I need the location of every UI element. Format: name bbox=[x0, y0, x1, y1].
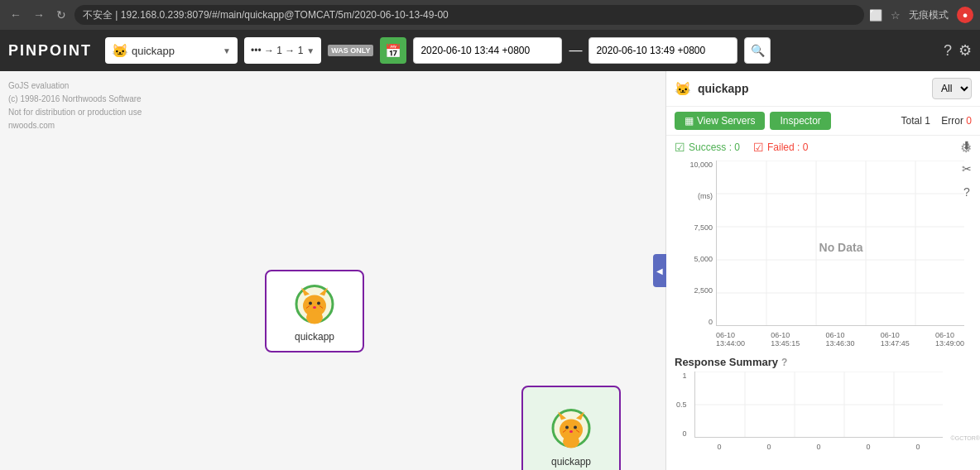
period-selector[interactable]: ••• → 1 → 1 ▼ bbox=[244, 37, 321, 64]
app-selector[interactable]: 🐱 quickapp ▼ bbox=[105, 37, 238, 64]
address-bar[interactable] bbox=[74, 5, 864, 25]
sx-label-2: 0 bbox=[766, 443, 771, 451]
right-panel-title: quickapp bbox=[698, 82, 925, 95]
view-servers-tab[interactable]: ▦ View Servers bbox=[675, 112, 765, 130]
back-button[interactable]: ← bbox=[7, 7, 25, 23]
download-icon[interactable]: ⬇ bbox=[957, 136, 977, 156]
right-panel-app-icon: 🐱 bbox=[675, 81, 691, 97]
was-only-badge: WAS ONLY bbox=[328, 45, 373, 56]
svg-point-4 bbox=[309, 302, 312, 305]
toolbar: PINPOINT 🐱 quickapp ▼ ••• → 1 → 1 ▼ WAS … bbox=[0, 30, 980, 71]
watermark-line2: (c) 1998-2016 Northwoods Software bbox=[8, 93, 142, 106]
app-container: PINPOINT 🐱 quickapp ▼ ••• → 1 → 1 ▼ WAS … bbox=[0, 30, 980, 470]
chart-controls: ☑ Success : 0 ☑ Failed : 0 ⚙ bbox=[675, 141, 972, 154]
svg-point-6 bbox=[313, 306, 316, 309]
translate-icon: ⬜ bbox=[869, 9, 882, 22]
browser-chrome: ← → ↻ ⬜ ☆ 无痕模式 ● bbox=[0, 0, 980, 30]
help-button[interactable]: ? bbox=[944, 42, 952, 60]
scissors-icon[interactable]: ✂ bbox=[957, 159, 977, 179]
date-from-input[interactable] bbox=[413, 37, 562, 64]
period-arrows: ••• → 1 → 1 bbox=[251, 45, 303, 56]
y-label-2500: 2,500 bbox=[675, 286, 713, 295]
response-summary-chart-wrapper: 1 0.5 0 bbox=[694, 372, 972, 451]
chevron-down-icon: ▼ bbox=[223, 46, 231, 55]
node-primary[interactable]: quickapp bbox=[265, 270, 364, 352]
sx-label-1: 0 bbox=[717, 443, 721, 451]
y-label-7500: 7,500 bbox=[675, 223, 713, 232]
map-panel: GoJS evaluation (c) 1998-2016 Northwoods… bbox=[0, 71, 665, 470]
sx-label-4: 0 bbox=[866, 443, 870, 451]
total-label: Total bbox=[901, 115, 922, 127]
settings-button[interactable]: ⚙ bbox=[958, 41, 972, 60]
right-panel-header: 🐱 quickapp All bbox=[666, 71, 980, 107]
date-separator: — bbox=[569, 43, 582, 58]
summary-x-labels: 0 0 0 0 0 bbox=[694, 443, 943, 451]
main-area: GoJS evaluation (c) 1998-2016 Northwoods… bbox=[0, 71, 980, 470]
y-label-0: 0 bbox=[675, 318, 713, 326]
forward-button[interactable]: → bbox=[30, 7, 48, 23]
watermark-line3: Not for distribution or production use bbox=[8, 106, 142, 119]
response-summary-header: Response Summary ? bbox=[675, 356, 972, 368]
user-avatar: ● bbox=[957, 7, 973, 23]
sy-label-0: 0 bbox=[676, 429, 687, 438]
calendar-button[interactable]: 📅 bbox=[380, 37, 406, 64]
browser-mode: 无痕模式 bbox=[909, 8, 949, 22]
svg-point-5 bbox=[317, 302, 320, 305]
total-value: 1 bbox=[925, 115, 930, 127]
response-summary: Response Summary ? 1 0.5 0 bbox=[675, 356, 972, 451]
x-label-1: 06-1013:44:00 bbox=[716, 331, 745, 348]
logo: PINPOINT bbox=[8, 42, 92, 60]
y-label-10000: 10,000 bbox=[675, 161, 713, 169]
panel-help-icon[interactable]: ? bbox=[957, 182, 977, 202]
svg-point-16 bbox=[569, 430, 573, 433]
y-label-5000: 5,000 bbox=[675, 255, 713, 263]
sy-label-1: 1 bbox=[676, 372, 687, 380]
error-label: Error bbox=[941, 115, 963, 127]
response-summary-title-text: Response Summary bbox=[675, 356, 778, 368]
x-label-4: 06-1013:47:45 bbox=[881, 331, 910, 348]
sx-label-3: 0 bbox=[816, 443, 820, 451]
svg-point-17 bbox=[563, 435, 579, 448]
svg-point-15 bbox=[574, 426, 577, 429]
y-label-ms: (ms) bbox=[675, 192, 713, 200]
x-axis-labels: 06-1013:44:00 06-1013:45:15 06-1013:46:3… bbox=[716, 331, 964, 348]
tomcat-icon-secondary bbox=[546, 403, 596, 453]
svg-point-7 bbox=[306, 311, 323, 324]
date-to-input[interactable] bbox=[588, 37, 737, 64]
watermark: GoJS evaluation (c) 1998-2016 Northwoods… bbox=[8, 79, 142, 132]
response-summary-help-icon[interactable]: ? bbox=[781, 357, 787, 368]
failed-checkbox[interactable]: ☑ Failed : 0 bbox=[753, 141, 808, 154]
search-button[interactable]: 🔍 bbox=[744, 37, 771, 64]
period-chevron-icon: ▼ bbox=[306, 46, 315, 55]
x-label-2: 06-1013:45:15 bbox=[771, 331, 800, 348]
x-label-5: 06-1013:49:00 bbox=[935, 331, 964, 348]
sx-label-5: 0 bbox=[915, 443, 920, 451]
response-chart-svg: No Data bbox=[716, 161, 964, 326]
watermark-line4: nwoods.com bbox=[8, 119, 142, 132]
response-time-chart-wrapper: 10,000 (ms) 7,500 5,000 2,500 0 bbox=[716, 161, 972, 348]
server-icon: ▦ bbox=[685, 115, 694, 127]
right-panel: ◀ 🐱 quickapp All ▦ View Servers Inspecto… bbox=[665, 71, 980, 470]
failed-label: Failed : 0 bbox=[767, 141, 808, 153]
node-secondary-label: quickapp bbox=[551, 456, 591, 468]
no-data-text: No Data bbox=[819, 241, 863, 254]
tab-stats: Total 1 Error 0 bbox=[901, 115, 972, 127]
summary-chart-svg bbox=[694, 372, 943, 438]
x-label-3: 06-1013:46:30 bbox=[825, 331, 854, 348]
right-panel-tabs: ▦ View Servers Inspector Total 1 Error 0 bbox=[666, 107, 980, 136]
toolbar-right: ? ⚙ bbox=[944, 41, 972, 60]
inspector-tab[interactable]: Inspector bbox=[770, 112, 830, 130]
bookmark-icon: ☆ bbox=[891, 9, 901, 22]
success-label: Success : 0 bbox=[689, 141, 740, 153]
node-secondary[interactable]: quickapp bbox=[521, 386, 621, 470]
collapse-button[interactable]: ◀ bbox=[653, 254, 666, 287]
success-checkbox[interactable]: ☑ Success : 0 bbox=[675, 141, 740, 154]
watermark-bottom: ©GCTOR® bbox=[951, 435, 980, 441]
refresh-button[interactable]: ↻ bbox=[53, 7, 70, 23]
error-value: 0 bbox=[966, 115, 972, 127]
svg-point-14 bbox=[565, 426, 569, 429]
watermark-line1: GoJS evaluation bbox=[8, 79, 142, 93]
panel-side-icons: ⬇ ✂ ? bbox=[957, 136, 977, 202]
right-panel-filter[interactable]: All bbox=[932, 78, 972, 99]
node-primary-label: quickapp bbox=[295, 331, 334, 343]
